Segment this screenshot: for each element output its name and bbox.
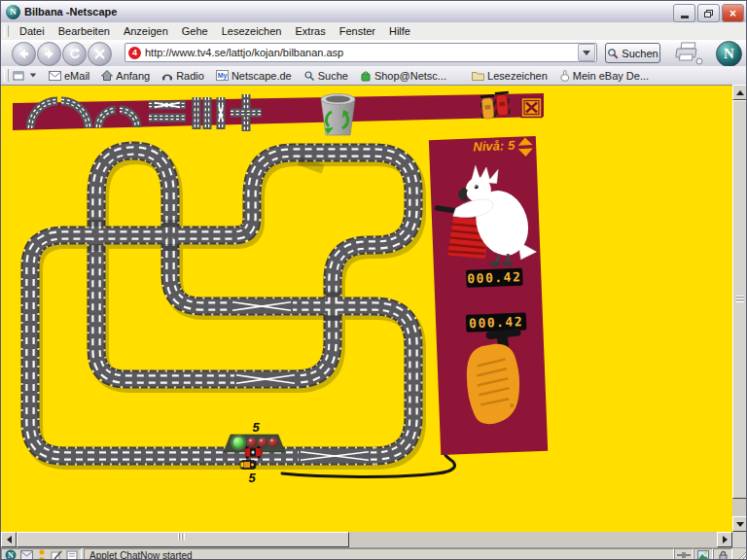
url-dropdown-button[interactable] <box>578 44 595 61</box>
bookmark-email[interactable]: eMail <box>49 70 89 82</box>
headphones-icon <box>161 70 173 81</box>
vertical-scrollbar[interactable] <box>732 85 747 532</box>
online-status[interactable] <box>674 548 694 560</box>
bookmark-lesezeichen[interactable]: Lesezeichen <box>472 70 548 82</box>
netscape-window-icon: N <box>6 5 20 19</box>
plug-icon <box>677 551 691 559</box>
lane-crossing-start <box>299 449 371 464</box>
bookmark-netscape-de[interactable]: My Netscape.de <box>216 70 292 82</box>
level-value: 5 <box>508 138 516 153</box>
timer-value-bottom: 000.42 <box>469 314 524 331</box>
menu-anzeigen[interactable]: Anzeigen <box>117 24 175 38</box>
scroll-left-button[interactable] <box>1 532 17 547</box>
toolbar-grip[interactable] <box>4 69 9 82</box>
arrow-right-icon <box>723 536 728 543</box>
restore-button[interactable] <box>697 4 720 22</box>
mail-icon[interactable] <box>20 550 33 560</box>
track-piece-crossing-vertical[interactable] <box>219 97 223 129</box>
chevron-down-icon <box>30 74 36 78</box>
cookie-image-indicator[interactable] <box>694 548 713 560</box>
bookmark-anfang[interactable]: Anfang <box>101 70 150 82</box>
forward-button[interactable] <box>37 42 61 66</box>
menu-bearbeiten[interactable]: Bearbeiten <box>52 24 117 38</box>
netscape-logo[interactable]: N <box>716 41 742 67</box>
bookmark-label: Shop@Netsc... <box>374 70 446 82</box>
track-piece-crossing-horizontal[interactable] <box>149 103 186 108</box>
scroll-right-button[interactable] <box>717 532 732 547</box>
lane-crossing-middle <box>231 299 293 314</box>
race-car-red[interactable] <box>245 446 262 458</box>
bookmark-label: Anfang <box>116 70 150 82</box>
horizontal-scroll-thumb[interactable] <box>17 532 349 547</box>
bookmark-shop[interactable]: Shop@Netsc... <box>360 70 446 82</box>
composer-icon[interactable] <box>51 549 62 560</box>
bookmark-label: Lesezeichen <box>487 70 548 82</box>
lane-crossing-lower <box>234 372 297 387</box>
bookmark-label: Radio <box>176 70 204 82</box>
race-track[interactable] <box>30 151 416 464</box>
stop-button[interactable] <box>88 42 112 66</box>
scroll-down-button[interactable] <box>732 516 747 532</box>
navigator-icon[interactable]: N <box>5 549 17 560</box>
game-close-button[interactable] <box>521 98 542 118</box>
menu-bar: Datei Bearbeiten Anzeigen Gehe Lesezeich… <box>1 22 747 41</box>
status-text: Applet ChatNow started <box>84 548 674 560</box>
chevron-down-icon <box>583 51 590 55</box>
vertical-scroll-thumb[interactable] <box>732 100 747 499</box>
toolbar-grip[interactable] <box>4 25 9 38</box>
lock-icon <box>719 550 728 560</box>
stop-icon <box>94 49 105 59</box>
address-book-icon[interactable] <box>66 550 78 560</box>
site-favicon-tv4: 4 <box>128 47 141 59</box>
lap-count-bottom: 5 <box>248 471 256 485</box>
piece-toolbar <box>13 92 544 135</box>
bookmark-suche[interactable]: Suche <box>303 70 348 82</box>
menu-extras[interactable]: Extras <box>288 24 332 38</box>
url-bar[interactable]: 4 http://www.tv4.se/lattjo/kojan/bilbana… <box>124 43 597 62</box>
bookmark-label: Netscape.de <box>231 70 292 82</box>
close-button[interactable]: × <box>722 4 744 22</box>
hand-icon <box>559 70 570 82</box>
search-icon <box>607 48 619 59</box>
url-text[interactable]: http://www.tv4.se/lattjo/kojan/bilbanan.… <box>145 47 578 58</box>
bookmark-ebay[interactable]: Mein eBay De... <box>559 70 649 82</box>
arrow-up-icon <box>736 90 744 95</box>
instant-messenger-icon[interactable] <box>37 549 47 560</box>
reload-button[interactable] <box>62 42 87 66</box>
bookmark-label: eMail <box>64 70 89 82</box>
trash-can[interactable] <box>321 94 355 136</box>
red-light <box>258 438 267 447</box>
resize-grip[interactable] <box>734 548 747 560</box>
minimize-button[interactable] <box>673 4 695 22</box>
race-car-yellow[interactable] <box>240 461 256 470</box>
menu-hilfe[interactable]: Hilfe <box>382 24 417 38</box>
restore-icon <box>703 9 714 18</box>
menu-fenster[interactable]: Fenster <box>333 24 382 38</box>
game-area: 5 5 Nivå: 5 <box>1 85 732 532</box>
email-icon <box>49 71 61 81</box>
menu-datei[interactable]: Datei <box>13 24 52 38</box>
menu-lesezeichen[interactable]: Lesezeichen <box>215 24 289 38</box>
timer-value-top: 000.42 <box>467 269 522 286</box>
slot-car-game-canvas[interactable]: 5 5 Nivå: 5 <box>1 86 732 533</box>
window-title: Bilbana -Netscape <box>24 6 117 18</box>
browser-window: N Bilbana -Netscape × Datei Bearbeiten A… <box>0 0 747 560</box>
security-status[interactable] <box>713 548 732 560</box>
print-icon[interactable] <box>674 42 707 65</box>
bookmarks-toolbar: eMail Anfang Radio My Netscape.de Suche … <box>1 66 747 86</box>
bookmark-radio[interactable]: Radio <box>161 70 204 82</box>
menu-gehe[interactable]: Gehe <box>175 24 215 38</box>
arrow-down-icon <box>736 522 744 527</box>
horizontal-scrollbar[interactable] <box>1 532 732 547</box>
bookmark-label: Mein eBay De... <box>573 70 649 82</box>
red-light <box>247 438 257 447</box>
bookmark-label: Suche <box>318 70 348 82</box>
shopping-bag-icon <box>360 70 372 82</box>
scroll-up-button[interactable] <box>732 85 747 100</box>
reload-icon <box>68 48 81 60</box>
back-button[interactable] <box>12 42 36 66</box>
search-button[interactable]: Suchen <box>605 43 660 63</box>
tabs-menu-button[interactable] <box>13 70 37 82</box>
navigation-toolbar: 4 http://www.tv4.se/lattjo/kojan/bilbana… <box>1 40 747 67</box>
svg-text:My: My <box>218 72 228 80</box>
